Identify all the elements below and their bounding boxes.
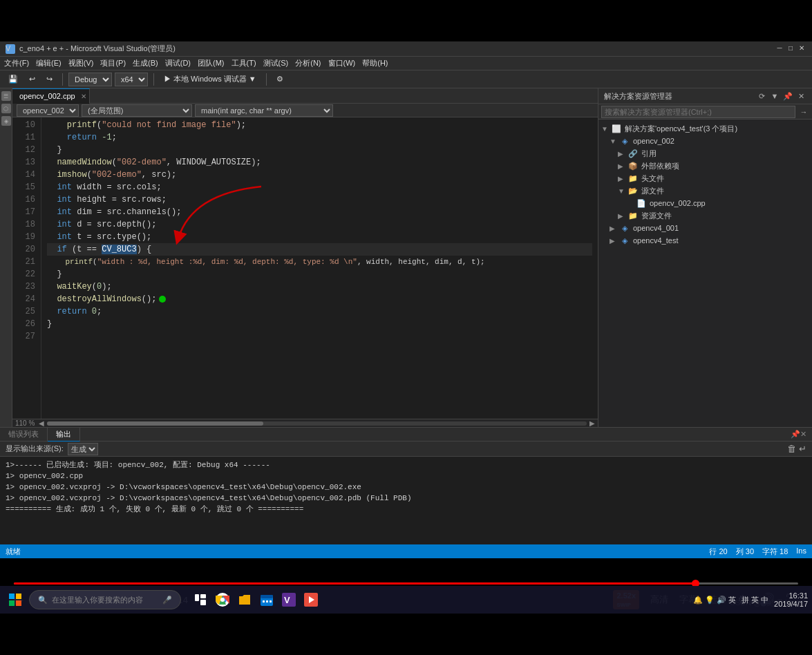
tab-opencv-cpp[interactable]: opencv_002.cpp ✕ — [12, 88, 90, 104]
menu-edit[interactable]: 编辑(E) — [36, 58, 62, 68]
menu-view[interactable]: 视图(V) — [68, 58, 94, 68]
menu-analyze[interactable]: 分析(N) — [295, 58, 321, 68]
tree-solution-root[interactable]: ▼ ⬜ 解决方案'opencv4_test'(3 个项目) — [598, 122, 812, 135]
chrome-icon[interactable] — [213, 590, 232, 609]
taskview-icon[interactable] — [191, 590, 210, 609]
tree-resources-label: 资源文件 — [641, 211, 672, 221]
menu-team[interactable]: 团队(M) — [198, 58, 225, 68]
tree-opencv4test-label: opencv4_test — [633, 236, 678, 245]
minimize-icon[interactable]: ─ — [775, 44, 784, 54]
tree-opencv4test[interactable]: ▶ ◈ opencv4_test — [598, 234, 812, 247]
progress-bar-container[interactable] — [0, 582, 812, 585]
svg-rect-6 — [200, 600, 206, 605]
code-content[interactable]: printf("could not find image file"); ret… — [41, 117, 598, 419]
scroll-left-icon[interactable]: ◀ — [39, 419, 44, 427]
explorer-icon[interactable] — [235, 590, 254, 609]
output-source-select[interactable]: 生成 — [68, 443, 98, 455]
tree-external-arrow: ▶ — [618, 162, 626, 170]
tray-icons: 🔔 💡 🔊 英 — [693, 595, 736, 605]
activity-item-3[interactable]: ◈ — [1, 116, 11, 126]
svg-rect-3 — [16, 600, 21, 606]
windows-taskbar: 🔍 在这里输入你要搜索的内容 🎤 — [0, 586, 812, 614]
debug-mode-select[interactable]: Debug — [68, 73, 112, 86]
vs-taskbar-icon[interactable]: V — [279, 590, 299, 609]
svg-rect-1 — [16, 594, 21, 599]
solution-search-input[interactable] — [601, 106, 795, 118]
platform-select[interactable]: x64 — [115, 73, 148, 86]
scope-dropdown[interactable]: opencv_002 — [17, 104, 79, 117]
member-dropdown[interactable]: main(int argc, char ** argv) — [195, 104, 333, 117]
status-col: 列 30 — [736, 547, 754, 557]
menu-window[interactable]: 窗口(W) — [328, 58, 356, 68]
tree-refs[interactable]: ▶ 🔗 引用 — [598, 147, 812, 160]
panel-pin-btn[interactable]: 📌 — [791, 430, 800, 439]
taskbar-icons: V — [191, 590, 321, 609]
tree-external-deps[interactable]: ▶ 📦 外部依赖项 — [598, 160, 812, 172]
output-line-3: 1> opencv_002.vcxproj -> D:\vcworkspaces… — [6, 482, 806, 493]
activity-item-2[interactable]: ⬡ — [1, 104, 11, 113]
svg-rect-0 — [9, 594, 15, 599]
toolbar: 💾 ↩ ↪ Debug x64 ▶ 本地 Windows 调试器 ▼ ⚙ — [0, 70, 812, 88]
menu-tools[interactable]: 工具(T) — [232, 58, 256, 68]
toolbar-extra-1[interactable]: ⚙ — [272, 73, 287, 85]
tree-resources[interactable]: ▶ 📁 资源文件 — [598, 209, 812, 222]
tree-opencv4001[interactable]: ▶ ◈ opencv4_001 — [598, 222, 812, 234]
code-line-20: if (t == CV_8UC3) { — [47, 243, 592, 256]
close-icon[interactable]: ✕ — [797, 44, 806, 54]
start-button[interactable] — [4, 589, 26, 611]
progress-bar[interactable] — [14, 582, 798, 585]
sidebar-sync-btn[interactable]: ⟳ — [756, 91, 767, 102]
panel-close-btn[interactable]: ✕ — [800, 430, 806, 439]
maximize-icon[interactable]: □ — [786, 44, 795, 54]
menu-help[interactable]: 帮助(H) — [362, 58, 388, 68]
menu-test[interactable]: 测试(S) — [263, 58, 289, 68]
search-go-btn[interactable]: → — [798, 106, 809, 117]
region-dropdown[interactable]: (全局范围) — [82, 104, 192, 117]
tree-opencv002-cpp[interactable]: 📄 opencv_002.cpp — [598, 197, 812, 209]
tree-opencv002[interactable]: ▼ ◈ opencv_002 — [598, 135, 812, 147]
sidebar-filter-btn[interactable]: ▼ — [769, 91, 780, 102]
calendar-icon[interactable] — [257, 590, 276, 609]
solution-explorer: 解决方案资源管理器 ⟳ ▼ 📌 ✕ → ▼ ⬜ 解决方案'opencv4_tes… — [598, 88, 812, 427]
scroll-area[interactable]: 110 % ◀ ▶ — [12, 419, 598, 427]
resources-icon: 📁 — [627, 211, 639, 220]
sources-icon: 📂 — [627, 186, 639, 196]
sidebar-pin-btn[interactable]: 📌 — [782, 91, 793, 102]
tree-sources-arrow: ▼ — [618, 187, 626, 195]
horizontal-scrollbar[interactable] — [47, 421, 587, 426]
menu-bar: 文件(F) 编辑(E) 视图(V) 项目(P) 生成(B) 调试(D) 团队(M… — [0, 57, 812, 70]
tree-refs-arrow: ▶ — [618, 150, 626, 158]
tree-headers-arrow: ▶ — [618, 175, 626, 182]
output-panel: 错误列表 输出 📌 ✕ 显示输出来源(S): 生成 🗑 ↵ 1>------ 已… — [0, 427, 812, 544]
line-numbers: 10 11 12 13 14 15 16 17 18 19 20 21 22 2… — [12, 117, 41, 419]
project-icon: ◈ — [619, 136, 630, 146]
toolbar-btn-1[interactable]: 💾 — [4, 73, 22, 85]
video-player-icon[interactable] — [301, 590, 321, 609]
run-button[interactable]: ▶ 本地 Windows 调试器 ▼ — [160, 73, 261, 86]
menu-file[interactable]: 文件(F) — [4, 58, 29, 68]
tree-headers[interactable]: ▶ 📁 头文件 — [598, 172, 812, 184]
zoom-indicator: 110 % — [15, 419, 35, 427]
toolbar-btn-2[interactable]: ↩ — [25, 73, 39, 85]
tab-error-list[interactable]: 错误列表 — [0, 428, 48, 442]
taskbar-search[interactable]: 🔍 在这里输入你要搜索的内容 🎤 — [29, 590, 181, 609]
scroll-right-icon[interactable]: ▶ — [589, 419, 595, 427]
tree-root-arrow: ▼ — [601, 125, 610, 133]
menu-debug[interactable]: 调试(D) — [165, 58, 191, 68]
activity-item-1[interactable]: ☰ — [1, 91, 11, 101]
menu-build[interactable]: 生成(B) — [133, 58, 158, 68]
menu-project[interactable]: 项目(P) — [100, 58, 126, 68]
code-editor[interactable]: 10 11 12 13 14 15 16 17 18 19 20 21 22 2… — [12, 117, 598, 419]
toolbar-btn-3[interactable]: ↪ — [42, 73, 57, 85]
tree-cpp-arrow — [626, 200, 634, 207]
code-line-18: int d = src.depth(); — [47, 218, 592, 231]
output-toolbar: 显示输出来源(S): 生成 🗑 ↵ — [0, 442, 812, 457]
output-clear-btn[interactable]: 🗑 — [787, 444, 796, 454]
tree-sources[interactable]: ▼ 📂 源文件 — [598, 184, 812, 197]
output-wrap-btn[interactable]: ↵ — [799, 444, 806, 454]
code-line-14: imshow("002-demo", src); — [47, 169, 592, 181]
sidebar-close-btn[interactable]: ✕ — [795, 91, 806, 102]
title-bar: V c_eno4 + e + - Microsoft Visual Studio… — [0, 41, 812, 57]
tab-output[interactable]: 输出 — [48, 428, 80, 442]
tab-close-icon[interactable]: ✕ — [81, 93, 86, 100]
